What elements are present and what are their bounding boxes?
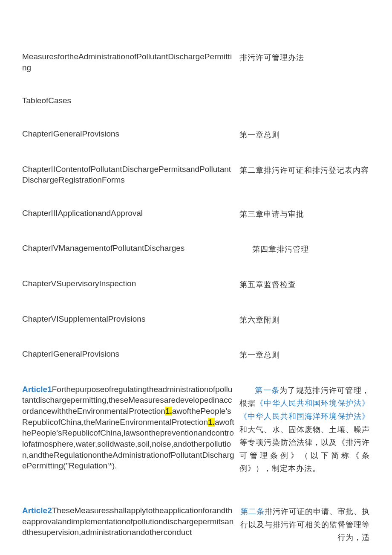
article-2-text: TheseMeasuresshallapplytotheapplicationf… bbox=[22, 506, 233, 537]
document-title-en: MeasuresfortheAdministrationofPollutantD… bbox=[22, 51, 234, 73]
article-1-cn-link[interactable]: 《中华人民共和国环境保护法》《中华人民共和国海洋环境保护法》 bbox=[239, 399, 370, 421]
chapter-6-cn: 第六章附则 bbox=[239, 314, 370, 327]
chapter-2-en: ChapterIIContentofPollutantDischargePerm… bbox=[22, 164, 234, 186]
article-1-highlight-1: 1. bbox=[165, 407, 172, 416]
chapter-1b-en: ChapterIGeneralProvisions bbox=[22, 349, 234, 360]
article-1-cn-label: 第一条 bbox=[255, 386, 280, 395]
chapter-2-cn: 第二章排污许可证和排污登记表内容 bbox=[239, 164, 370, 177]
chapter-5-cn: 第五章监督检查 bbox=[239, 278, 370, 291]
article-1-cn: 第一条为了规范排污许可管理，根据《中华人民共和国环境保护法》《中华人民共和国海洋… bbox=[239, 384, 370, 475]
article-1-highlight-2: 1. bbox=[208, 418, 215, 427]
article-1-label: Article1 bbox=[22, 385, 52, 394]
article-2-cn-label: 第二条 bbox=[240, 507, 265, 516]
chapter-3-cn: 第三章申请与审批 bbox=[239, 208, 370, 221]
chapter-1-cn: 第一章总则 bbox=[239, 128, 370, 142]
article-2-cn: 第二条排污许可证的申请、审批、执行以及与排污许可相关的监督管理等行为，适 bbox=[239, 505, 370, 544]
chapter-4-cn: 第四章排污管理 bbox=[239, 243, 370, 256]
article-1-cn-after: 和大气、水、固体废物、土壤、噪声等专项污染防治法律，以及《排污许可管理条例》（以… bbox=[239, 425, 370, 473]
chapter-4-en: ChapterIVManagementofPollutantDischarges bbox=[22, 243, 234, 254]
article-2-en: Article2TheseMeasuresshallapplytotheappl… bbox=[22, 505, 234, 538]
article-1-en: Article1Forthepurposeofregulatingtheadmi… bbox=[22, 384, 234, 471]
chapter-5-en: ChapterVSupervisoryInspection bbox=[22, 278, 234, 289]
chapter-1-en: ChapterIGeneralProvisions bbox=[22, 128, 234, 139]
chapter-3-en: ChapterIIIApplicationandApproval bbox=[22, 208, 234, 219]
article-2-label: Article2 bbox=[22, 506, 52, 515]
document-title-cn: 排污许可管理办法 bbox=[239, 51, 370, 64]
toc-heading: TableofCases bbox=[22, 95, 234, 106]
chapter-6-en: ChapterVISupplementalProvisions bbox=[22, 314, 234, 325]
chapter-1b-cn: 第一章总则 bbox=[239, 349, 370, 362]
